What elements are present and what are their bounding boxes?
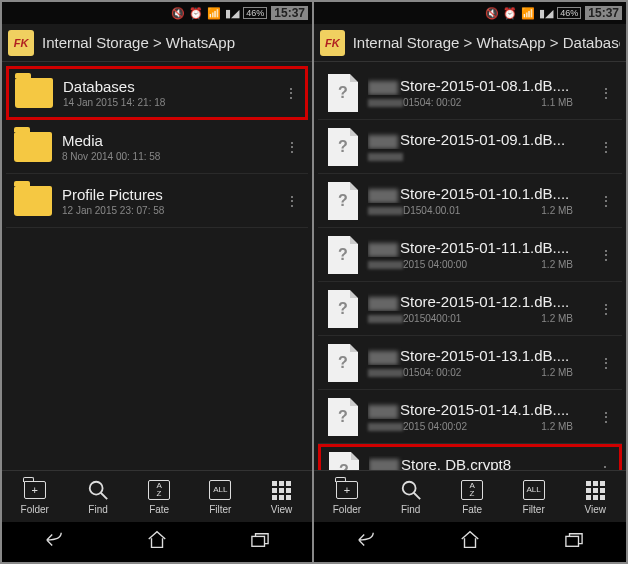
file-item[interactable]: ? Store-2015-01-12.1.dB.... 20150400:011… bbox=[318, 282, 622, 336]
clock: 15:37 bbox=[585, 6, 622, 20]
item-menu-icon[interactable]: ⋮ bbox=[591, 301, 620, 317]
wifi-icon: 📶 bbox=[521, 7, 535, 20]
signal-icon: ▮◢ bbox=[225, 7, 239, 20]
file-meta bbox=[368, 151, 581, 162]
wifi-icon: 📶 bbox=[207, 7, 221, 20]
file-name: Store-2015-01-09.1.dB... bbox=[368, 131, 581, 148]
search-icon bbox=[399, 478, 423, 502]
file-meta: 12 Jan 2015 23: 07: 58 bbox=[62, 205, 267, 216]
document-icon: ? bbox=[328, 128, 358, 166]
file-name: Profile Pictures bbox=[62, 186, 267, 203]
app-logo[interactable]: FK bbox=[8, 30, 34, 56]
file-meta: 8 Nov 2014 00: 11: 58 bbox=[62, 151, 267, 162]
nav-back-button[interactable] bbox=[355, 531, 377, 554]
az-icon: AZ bbox=[148, 480, 170, 500]
file-item-crypt8[interactable]: ? Store. DB.crypt8 14 Jan 2015 14:21:181… bbox=[318, 444, 622, 470]
mute-icon: 🔇 bbox=[171, 7, 185, 20]
file-meta: 01504: 00:021.2 MB bbox=[368, 367, 581, 378]
folder-plus-icon: + bbox=[336, 481, 358, 499]
file-item[interactable]: ? Store-2015-01-08.1.dB.... 01504: 00:02… bbox=[318, 66, 622, 120]
toolbar-sort-button[interactable]: AZ Fate bbox=[460, 478, 484, 515]
status-bar: 🔇 ⏰ 📶 ▮◢ 46% 15:37 bbox=[314, 2, 626, 24]
svg-point-0 bbox=[90, 482, 103, 495]
nav-recent-button[interactable] bbox=[563, 531, 585, 554]
file-meta: 2015 04:00:001.2 MB bbox=[368, 259, 581, 270]
app-header: FK Internal Storage > WhatsApp bbox=[2, 24, 312, 62]
file-item[interactable]: ? Store-2015-01-09.1.dB... ⋮ bbox=[318, 120, 622, 174]
phone-right: 🔇 ⏰ 📶 ▮◢ 46% 15:37 FK Internal Storage >… bbox=[314, 2, 626, 562]
file-meta: 2015 04:00:021.2 MB bbox=[368, 421, 581, 432]
clock: 15:37 bbox=[271, 6, 308, 20]
app-logo[interactable]: FK bbox=[320, 30, 345, 56]
item-menu-icon[interactable]: ⋮ bbox=[590, 463, 619, 470]
grid-icon bbox=[272, 481, 291, 500]
grid-icon bbox=[586, 481, 605, 500]
file-name: Store-2015-01-08.1.dB.... bbox=[368, 77, 581, 94]
nav-recent-button[interactable] bbox=[249, 531, 271, 554]
item-menu-icon[interactable]: ⋮ bbox=[276, 85, 305, 101]
bottom-toolbar: + Folder Find AZ Fate ALL Filter View bbox=[314, 470, 626, 522]
battery-indicator: 46% bbox=[557, 7, 581, 19]
all-icon: ALL bbox=[523, 480, 545, 500]
file-meta: 14 Jan 2015 14: 21: 18 bbox=[63, 97, 266, 108]
toolbar-folder-button[interactable]: + Folder bbox=[21, 478, 49, 515]
status-bar: 🔇 ⏰ 📶 ▮◢ 46% 15:37 bbox=[2, 2, 312, 24]
item-menu-icon[interactable]: ⋮ bbox=[591, 193, 620, 209]
file-name: Store. DB.crypt8 bbox=[369, 456, 580, 470]
folder-item-media[interactable]: Media 8 Nov 2014 00: 11: 58 ⋮ bbox=[6, 120, 308, 174]
az-icon: AZ bbox=[461, 480, 483, 500]
toolbar-view-button[interactable]: View bbox=[269, 478, 293, 515]
toolbar-find-button[interactable]: Find bbox=[86, 478, 110, 515]
file-name: Store-2015-01-13.1.dB.... bbox=[368, 347, 581, 364]
svg-line-4 bbox=[413, 493, 419, 499]
toolbar-view-button[interactable]: View bbox=[583, 478, 607, 515]
folder-icon bbox=[15, 78, 53, 108]
file-list[interactable]: Databases 14 Jan 2015 14: 21: 18 ⋮ Media… bbox=[2, 62, 312, 470]
folder-item-databases[interactable]: Databases 14 Jan 2015 14: 21: 18 ⋮ bbox=[6, 66, 308, 120]
toolbar-filter-button[interactable]: ALL Filter bbox=[208, 478, 232, 515]
file-list[interactable]: ? Store-2015-01-08.1.dB.... 01504: 00:02… bbox=[314, 62, 626, 470]
breadcrumb[interactable]: Internal Storage > WhatsApp > Databases bbox=[353, 34, 620, 51]
nav-back-button[interactable] bbox=[43, 531, 65, 554]
item-menu-icon[interactable]: ⋮ bbox=[277, 193, 306, 209]
signal-icon: ▮◢ bbox=[539, 7, 553, 20]
svg-line-1 bbox=[101, 493, 107, 499]
file-item[interactable]: ? Store-2015-01-13.1.dB.... 01504: 00:02… bbox=[318, 336, 622, 390]
svg-point-3 bbox=[402, 482, 415, 495]
file-item[interactable]: ? Store-2015-01-10.1.dB.... D1504.00.011… bbox=[318, 174, 622, 228]
item-menu-icon[interactable]: ⋮ bbox=[277, 139, 306, 155]
file-item[interactable]: ? Store-2015-01-14.1.dB.... 2015 04:00:0… bbox=[318, 390, 622, 444]
toolbar-find-button[interactable]: Find bbox=[399, 478, 423, 515]
file-name: Store-2015-01-12.1.dB.... bbox=[368, 293, 581, 310]
alarm-icon: ⏰ bbox=[189, 7, 203, 20]
file-meta: D1504.00.011.2 MB bbox=[368, 205, 581, 216]
item-menu-icon[interactable]: ⋮ bbox=[591, 85, 620, 101]
mute-icon: 🔇 bbox=[485, 7, 499, 20]
file-item[interactable]: ? Store-2015-01-11.1.dB.... 2015 04:00:0… bbox=[318, 228, 622, 282]
app-header: FK Internal Storage > WhatsApp > Databas… bbox=[314, 24, 626, 62]
nav-home-button[interactable] bbox=[146, 529, 168, 556]
folder-icon bbox=[14, 186, 52, 216]
folder-item-profile-pictures[interactable]: Profile Pictures 12 Jan 2015 23: 07: 58 … bbox=[6, 174, 308, 228]
file-name: Media bbox=[62, 132, 267, 149]
document-icon: ? bbox=[328, 344, 358, 382]
file-meta: 20150400:011.2 MB bbox=[368, 313, 581, 324]
document-icon: ? bbox=[328, 236, 358, 274]
phone-left: 🔇 ⏰ 📶 ▮◢ 46% 15:37 FK Internal Storage >… bbox=[2, 2, 312, 562]
document-icon: ? bbox=[328, 290, 358, 328]
nav-home-button[interactable] bbox=[459, 529, 481, 556]
search-icon bbox=[86, 478, 110, 502]
file-meta: 01504: 00:021.1 MB bbox=[368, 97, 581, 108]
battery-indicator: 46% bbox=[243, 7, 267, 19]
toolbar-filter-button[interactable]: ALL Filter bbox=[522, 478, 546, 515]
alarm-icon: ⏰ bbox=[503, 7, 517, 20]
breadcrumb[interactable]: Internal Storage > WhatsApp bbox=[42, 34, 235, 51]
item-menu-icon[interactable]: ⋮ bbox=[591, 355, 620, 371]
item-menu-icon[interactable]: ⋮ bbox=[591, 409, 620, 425]
item-menu-icon[interactable]: ⋮ bbox=[591, 139, 620, 155]
toolbar-sort-button[interactable]: AZ Fate bbox=[147, 478, 171, 515]
toolbar-folder-button[interactable]: + Folder bbox=[333, 478, 361, 515]
file-name: Databases bbox=[63, 78, 266, 95]
item-menu-icon[interactable]: ⋮ bbox=[591, 247, 620, 263]
document-icon: ? bbox=[329, 452, 359, 470]
